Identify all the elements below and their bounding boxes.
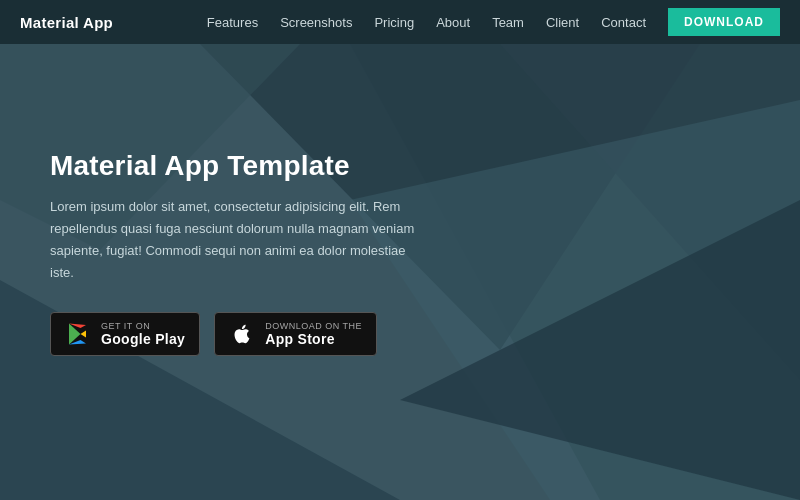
google-play-small: GET IT ON (101, 321, 185, 331)
app-store-button[interactable]: Download on the App Store (214, 312, 377, 356)
google-play-button[interactable]: GET IT ON Google Play (50, 312, 200, 356)
app-store-text: Download on the App Store (265, 321, 362, 347)
google-play-large: Google Play (101, 331, 185, 347)
store-buttons: GET IT ON Google Play Download on the Ap… (50, 312, 430, 356)
app-store-small: Download on the (265, 321, 362, 331)
nav-link-contact[interactable]: Contact (601, 15, 646, 30)
nav-link-features[interactable]: Features (207, 15, 258, 30)
nav-link-screenshots[interactable]: Screenshots (280, 15, 352, 30)
hero-content: Material App Template Lorem ipsum dolor … (50, 150, 430, 356)
nav-link-client[interactable]: Client (546, 15, 579, 30)
nav-link-pricing[interactable]: Pricing (374, 15, 414, 30)
apple-icon (229, 321, 255, 347)
nav-link-team[interactable]: Team (492, 15, 524, 30)
hero-section: Material App Template Lorem ipsum dolor … (0, 0, 800, 500)
navbar: Material App Features Screenshots Pricin… (0, 0, 800, 44)
app-store-large: App Store (265, 331, 362, 347)
hero-description: Lorem ipsum dolor sit amet, consectetur … (50, 196, 430, 284)
google-play-text: GET IT ON Google Play (101, 321, 185, 347)
hero-title: Material App Template (50, 150, 430, 182)
download-button[interactable]: DOWNLOAD (668, 8, 780, 36)
nav-links: Features Screenshots Pricing About Team … (207, 8, 780, 36)
google-play-icon (65, 321, 91, 347)
nav-link-about[interactable]: About (436, 15, 470, 30)
nav-brand: Material App (20, 14, 207, 31)
